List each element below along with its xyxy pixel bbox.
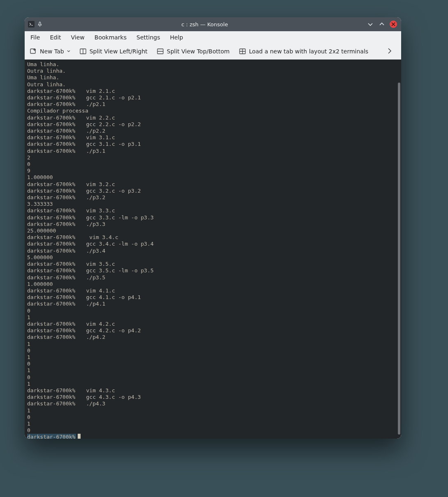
app-icon (28, 21, 35, 28)
titlebar-left (25, 21, 43, 28)
window-title: c : zsh — Konsole (43, 21, 367, 28)
terminal-line: darkstar-6700k% vim 3.5.c (27, 261, 399, 267)
terminal-line: darkstar-6700k% vim 2.1.c (27, 88, 399, 94)
terminal-line: darkstar-6700k% ./p3.2 (27, 194, 399, 201)
terminal-line: 0 (27, 347, 399, 354)
terminal-line: 9 (27, 168, 399, 174)
terminal-line: darkstar-6700k% vim 3.2.c (27, 181, 399, 188)
terminal-line: 0 (27, 374, 399, 381)
terminal-line: darkstar-6700k% gcc 4.1.c -o p4.1 (27, 294, 399, 301)
terminal-line: darkstar-6700k% gcc 2.1.c -o p2.1 (27, 94, 399, 101)
split-left-right-button[interactable]: Split View Left/Right (79, 48, 148, 55)
terminal-line: darkstar-6700k% vim 3.4.c (27, 234, 399, 241)
terminal-line: 2 (27, 154, 399, 161)
maximize-button[interactable] (378, 21, 386, 28)
toolbar: New Tab Split View Left/Right Split View… (25, 44, 401, 60)
konsole-window: c : zsh — Konsole File Edit View Bookmar… (25, 17, 401, 439)
terminal-content[interactable]: Uma linha.Outra linha.Uma linha.Outra li… (25, 60, 401, 439)
terminal-line: darkstar-6700k% vim 2.2.c (27, 115, 399, 121)
terminal-line: darkstar-6700k% ./p4.2 (27, 334, 399, 341)
chevron-down-icon (67, 50, 70, 53)
split-tb-icon (157, 48, 164, 55)
menu-view[interactable]: View (71, 34, 85, 41)
terminal-line: darkstar-6700k% gcc 4.2.c -o p4.2 (27, 327, 399, 334)
menu-help[interactable]: Help (170, 34, 183, 41)
terminal-line: darkstar-6700k% ./p4.3 (27, 400, 399, 407)
terminal-line: Compilador processa (27, 108, 399, 114)
nav-prev-button[interactable] (386, 48, 393, 55)
terminal-line: darkstar-6700k% gcc 3.1.c -o p3.1 (27, 141, 399, 147)
terminal-line: darkstar-6700k% ./p3.5 (27, 274, 399, 281)
toolbar-nav (386, 48, 401, 55)
terminal-line: darkstar-6700k% vim 4.3.c (27, 387, 399, 394)
terminal-line: darkstar-6700k% gcc 2.2.c -o p2.2 (27, 121, 399, 128)
terminal-line: 5.000000 (27, 254, 399, 261)
scrollbar-thumb[interactable] (398, 83, 400, 435)
terminal-line: darkstar-6700k% ./p3.4 (27, 248, 399, 254)
layout-2x2-label: Load a new tab with layout 2x2 terminals (249, 48, 368, 55)
menu-bookmarks[interactable]: Bookmarks (95, 34, 127, 41)
terminal-line: 1 (27, 354, 399, 361)
terminal-line: darkstar-6700k% ./p3.1 (27, 148, 399, 154)
terminal-line: darkstar-6700k% ./p2.1 (27, 101, 399, 108)
split-lr-label: Split View Left/Right (90, 48, 148, 55)
split-top-bottom-button[interactable]: Split View Top/Bottom (157, 48, 230, 55)
terminal-line: darkstar-6700k% ./p3.3 (27, 221, 399, 228)
terminal-line: 0 (27, 414, 399, 421)
terminal-line: darkstar-6700k% gcc 4.3.c -o p4.3 (27, 394, 399, 400)
new-tab-icon (30, 48, 37, 55)
split-lr-icon (79, 48, 87, 55)
svg-rect-0 (31, 25, 33, 25)
new-tab-label: New Tab (40, 48, 64, 55)
split-tb-label: Split View Top/Bottom (167, 48, 230, 55)
terminal-line: 0 (27, 361, 399, 367)
terminal-line: darkstar-6700k% gcc 3.2.c -o p3.2 (27, 188, 399, 194)
terminal-line: 1 (27, 407, 399, 414)
terminal-line: 0 (27, 161, 399, 168)
terminal-line: darkstar-6700k% vim 3.3.c (27, 207, 399, 214)
new-tab-button[interactable]: New Tab (30, 48, 70, 55)
menu-edit[interactable]: Edit (50, 34, 61, 41)
terminal-current-line[interactable]: darkstar-6700k% (27, 434, 399, 439)
terminal-line: Outra linha. (27, 81, 399, 88)
pin-icon[interactable] (37, 21, 43, 27)
layout-2x2-button[interactable]: Load a new tab with layout 2x2 terminals (239, 48, 368, 55)
terminal-line: 1.000000 (27, 174, 399, 181)
close-button[interactable] (390, 21, 397, 28)
terminal-line: Uma linha. (27, 61, 399, 68)
cursor-icon (78, 434, 81, 439)
terminal-line: 0 (27, 427, 399, 434)
terminal-line: 1.000000 (27, 281, 399, 288)
terminal-line: darkstar-6700k% gcc 3.5.c -lm -o p3.5 (27, 267, 399, 274)
terminal-line: 25.000000 (27, 228, 399, 234)
terminal-line: darkstar-6700k% gcc 3.4.c -lm -o p3.4 (27, 241, 399, 247)
terminal-line: 1 (27, 381, 399, 387)
terminal-line: darkstar-6700k% vim 4.1.c (27, 288, 399, 294)
terminal-line: 1 (27, 421, 399, 427)
terminal-line: 1 (27, 341, 399, 347)
terminal-viewport[interactable]: Uma linha.Outra linha.Uma linha.Outra li… (25, 60, 401, 439)
terminal-line: darkstar-6700k% vim 4.2.c (27, 321, 399, 327)
terminal-line: darkstar-6700k% ./p4.1 (27, 301, 399, 307)
terminal-line: darkstar-6700k% vim 3.1.c (27, 134, 399, 141)
terminal-line: 1 (27, 314, 399, 321)
menu-file[interactable]: File (30, 34, 40, 41)
terminal-line: 1 (27, 367, 399, 374)
menubar: File Edit View Bookmarks Settings Help (25, 31, 401, 44)
terminal-line: darkstar-6700k% ./p2.2 (27, 128, 399, 134)
terminal-line: darkstar-6700k% gcc 3.3.c -lm -o p3.3 (27, 214, 399, 221)
minimize-button[interactable] (367, 21, 374, 28)
terminal-line: 0 (27, 308, 399, 314)
terminal-line: Outra linha. (27, 68, 399, 74)
grid-2x2-icon (239, 48, 246, 55)
titlebar[interactable]: c : zsh — Konsole (25, 17, 401, 31)
terminal-line: Uma linha. (27, 74, 399, 81)
titlebar-controls (367, 21, 401, 28)
menu-settings[interactable]: Settings (136, 34, 160, 41)
terminal-line: 3.333333 (27, 201, 399, 207)
